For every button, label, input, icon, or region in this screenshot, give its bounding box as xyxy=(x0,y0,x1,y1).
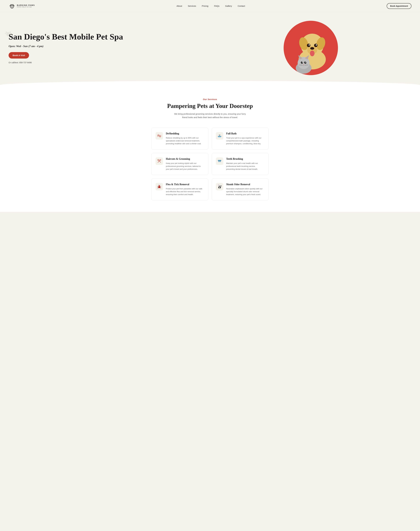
brand-tagline: mobile dog & cat spa xyxy=(17,6,35,8)
skunk-odor-title: Skunk Odor Removal xyxy=(226,183,264,186)
service-card-haircuts: Haircuts & Grooming Keep your pet lookin… xyxy=(151,153,208,175)
hero-book-visit-button[interactable]: Book A Visit xyxy=(9,52,29,59)
svg-rect-46 xyxy=(218,161,219,162)
nav-link-gallery[interactable]: Gallery xyxy=(225,5,232,7)
svg-point-18 xyxy=(314,44,317,47)
svg-point-19 xyxy=(309,44,310,46)
nav-item-faqs[interactable]: FAQs xyxy=(214,5,219,7)
svg-point-29 xyxy=(304,61,306,64)
svg-point-7 xyxy=(6,32,7,33)
services-description: We bring professional grooming services … xyxy=(173,112,247,119)
service-card-skunk-odor: Skunk Odor Removal Neutralize unpleasant… xyxy=(212,178,269,200)
nav-link-contact[interactable]: Contact xyxy=(238,5,245,7)
deshedding-info: DeShedding Reduce shedding by up to 90% … xyxy=(166,132,204,145)
deshedding-icon xyxy=(156,132,163,140)
svg-point-40 xyxy=(219,136,220,136)
flea-tick-title: Flea & Tick Removal xyxy=(166,183,204,186)
services-grid: DeShedding Reduce shedding by up to 90% … xyxy=(151,128,269,200)
svg-line-54 xyxy=(158,186,158,187)
hero-section: San Diego's Best Mobile Pet Spa Open: We… xyxy=(0,12,420,87)
services-eyebrow: Our Services xyxy=(9,98,411,100)
flea-tick-desc: Protect your pet from parasites with our… xyxy=(166,187,204,196)
flea-tick-removal-icon xyxy=(156,183,163,190)
service-card-full-bath: Full Bath Treat your pet to a spa experi… xyxy=(212,128,269,150)
svg-line-61 xyxy=(160,185,160,185)
logo-icon xyxy=(9,2,15,9)
svg-point-28 xyxy=(301,61,303,64)
hero-bottom-curve xyxy=(0,81,420,87)
skunk-odor-info: Skunk Odor Removal Neutralize unpleasant… xyxy=(226,183,264,196)
haircuts-info: Haircuts & Grooming Keep your pet lookin… xyxy=(166,158,204,170)
full-bath-title: Full Bath xyxy=(226,132,264,135)
svg-line-60 xyxy=(159,185,159,185)
svg-rect-39 xyxy=(219,135,220,135)
svg-point-5 xyxy=(11,6,13,8)
book-appointment-button[interactable]: Book Appointment xyxy=(387,3,411,9)
svg-rect-37 xyxy=(218,136,221,136)
deshedding-desc: Reduce shedding by up to 90% with our sp… xyxy=(166,137,204,145)
flea-tick-info: Flea & Tick Removal Protect your pet fro… xyxy=(166,183,204,196)
nav-item-contact[interactable]: Contact xyxy=(238,5,245,7)
skunk-odor-removal-icon xyxy=(216,183,223,190)
teeth-brushing-desc: Maintain your pet's oral health with our… xyxy=(226,162,264,170)
teeth-brushing-icon xyxy=(216,158,223,165)
svg-point-51 xyxy=(159,185,160,187)
svg-point-6 xyxy=(6,32,10,36)
logo-text-block: BARKING PAWS mobile dog & cat spa xyxy=(17,4,35,8)
hero-hours: Open: Wed - Sun (7 am - 4 pm) xyxy=(9,45,123,48)
svg-point-65 xyxy=(219,185,220,187)
full-bath-icon xyxy=(216,132,223,140)
svg-point-8 xyxy=(9,32,11,33)
svg-point-20 xyxy=(316,44,317,46)
hero-pet-image xyxy=(284,21,338,75)
skunk-odor-desc: Neutralize unpleasant odors quickly with… xyxy=(226,187,264,196)
svg-rect-48 xyxy=(220,161,220,162)
svg-point-67 xyxy=(220,186,220,186)
hero-phone: Or call/text: 858-737-8496 xyxy=(9,61,123,64)
haircuts-title: Haircuts & Grooming xyxy=(166,158,204,161)
svg-point-16 xyxy=(310,47,314,50)
haircut-grooming-icon xyxy=(156,158,163,165)
deshedding-title: DeShedding xyxy=(166,132,204,135)
nav-links: About Services Pricing FAQs Gallery Cont… xyxy=(177,5,245,7)
svg-line-57 xyxy=(160,186,161,187)
decorative-paw-icon xyxy=(4,29,12,37)
nav-link-faqs[interactable]: FAQs xyxy=(214,5,219,7)
services-title: Pampering Pets at Your Doorstep xyxy=(9,102,411,109)
nav-item-services[interactable]: Services xyxy=(188,5,196,7)
svg-point-31 xyxy=(305,62,306,63)
svg-line-59 xyxy=(160,188,161,188)
svg-line-56 xyxy=(158,188,158,188)
svg-point-21 xyxy=(310,50,315,56)
full-bath-desc: Treat your pet to a spa experience with … xyxy=(226,137,264,145)
service-card-deshedding: DeShedding Reduce shedding by up to 90% … xyxy=(151,128,208,150)
brand-name: BARKING PAWS xyxy=(17,4,35,6)
service-card-teeth-brushing: Teeth Brushing Maintain your pet's oral … xyxy=(212,153,269,175)
teeth-brushing-info: Teeth Brushing Maintain your pet's oral … xyxy=(226,158,264,170)
hero-image-container xyxy=(210,21,411,75)
svg-point-66 xyxy=(219,186,219,186)
teeth-brushing-title: Teeth Brushing xyxy=(226,158,264,161)
nav-item-pricing[interactable]: Pricing xyxy=(202,5,209,7)
nav-item-about[interactable]: About xyxy=(177,5,182,7)
pet-illustration-svg xyxy=(284,21,338,75)
hero-content: San Diego's Best Mobile Pet Spa Open: We… xyxy=(9,32,123,64)
nav-link-about[interactable]: About xyxy=(177,5,182,7)
svg-point-10 xyxy=(10,33,12,34)
nav-item-gallery[interactable]: Gallery xyxy=(225,5,232,7)
navbar: BARKING PAWS mobile dog & cat spa About … xyxy=(0,0,420,12)
nav-link-pricing[interactable]: Pricing xyxy=(202,5,209,7)
services-section: Our Services Pampering Pets at Your Door… xyxy=(0,87,420,212)
svg-point-30 xyxy=(302,62,303,63)
svg-point-9 xyxy=(5,33,6,34)
svg-rect-49 xyxy=(220,161,221,162)
full-bath-info: Full Bath Treat your pet to a spa experi… xyxy=(226,132,264,145)
svg-point-17 xyxy=(307,44,310,47)
svg-rect-45 xyxy=(218,160,221,161)
nav-link-services[interactable]: Services xyxy=(188,5,196,7)
logo[interactable]: BARKING PAWS mobile dog & cat spa xyxy=(9,2,35,9)
haircuts-desc: Keep your pet looking stylish with our p… xyxy=(166,162,204,170)
hero-heading: San Diego's Best Mobile Pet Spa xyxy=(9,32,123,41)
service-card-flea-tick: Flea & Tick Removal Protect your pet fro… xyxy=(151,178,208,200)
svg-rect-47 xyxy=(219,161,219,162)
